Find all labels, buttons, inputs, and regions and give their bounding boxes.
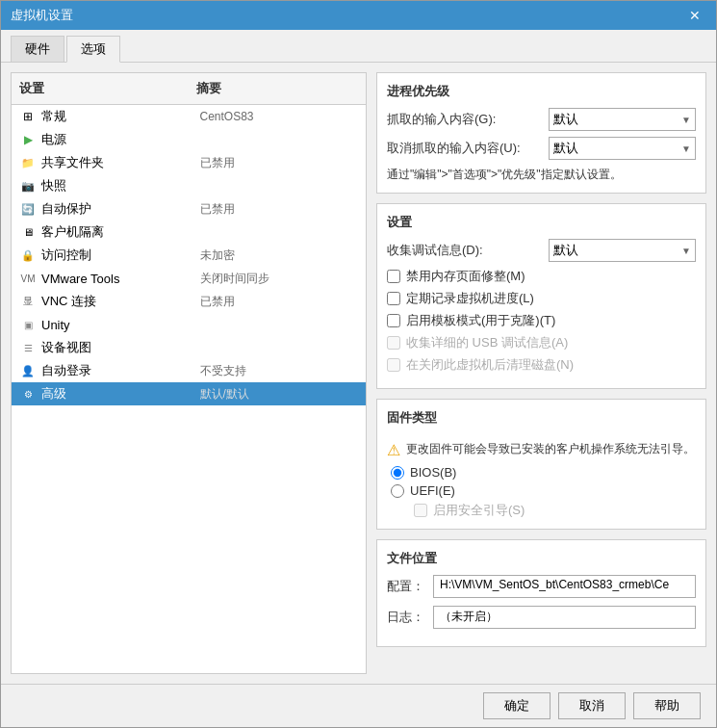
- capture-value: 默认: [553, 111, 578, 128]
- template-mode-row: 启用模板模式(用于克隆)(T): [387, 312, 696, 329]
- periodic-snapshot-row: 定期记录虚拟机进度(L): [387, 290, 696, 307]
- vnc-icon: 显: [19, 293, 37, 310]
- shared-folders-icon: 📁: [19, 154, 37, 171]
- secure-boot-checkbox[interactable]: [414, 504, 427, 517]
- secure-boot-row: 启用安全引导(S): [414, 502, 696, 519]
- isolation-label: 客户机隔离: [41, 223, 200, 241]
- snapshot-icon: 📷: [19, 177, 37, 195]
- vmware-tools-icon: VM: [19, 270, 37, 287]
- priority-hint: 通过"编辑">"首选项">"优先级"指定默认设置。: [387, 166, 696, 183]
- clean-disk-checkbox[interactable]: [387, 358, 400, 372]
- template-mode-label: 启用模板模式(用于克隆)(T): [406, 312, 555, 329]
- debug-info-select[interactable]: 默认 ▼: [549, 239, 696, 262]
- list-header: 设置 摘要: [12, 73, 366, 105]
- tab-bar: 硬件 选项: [1, 30, 716, 63]
- periodic-snapshot-label: 定期记录虚拟机进度(L): [406, 290, 534, 307]
- devices-view-label: 设备视图: [41, 339, 200, 356]
- setting-item-snapshot[interactable]: 📷 快照: [12, 174, 366, 197]
- debug-arrow: ▼: [681, 246, 691, 256]
- main-content: 设置 摘要 ⊞ 常规 CentOS83 ▶ 电源 📁 共享文件夹 已禁用: [1, 63, 716, 684]
- collect-usb-label: 收集详细的 USB 调试信息(A): [406, 334, 568, 351]
- warning-icon: ⚠: [387, 441, 400, 459]
- advanced-summary: 默认/默认: [200, 386, 359, 403]
- setting-item-advanced[interactable]: ⚙ 高级 默认/默认: [12, 382, 366, 405]
- log-label: 日志：: [387, 609, 425, 626]
- debug-info-value: 默认: [553, 242, 578, 259]
- release-row: 取消抓取的输入内容(U): 默认 ▼: [387, 137, 696, 160]
- autologin-icon: 👤: [19, 362, 37, 379]
- uefi-radio[interactable]: [391, 484, 404, 498]
- capture-arrow: ▼: [681, 115, 691, 125]
- periodic-snapshot-checkbox[interactable]: [387, 292, 400, 305]
- tab-options[interactable]: 选项: [66, 36, 120, 63]
- file-location-section: 文件位置 配置： H:\VM\VM_SentOS_bt\CentOS83_crm…: [376, 539, 706, 647]
- tab-hardware[interactable]: 硬件: [11, 36, 64, 62]
- config-path: H:\VM\VM_SentOS_bt\CentOS83_crmeb\Ce: [433, 575, 696, 598]
- release-arrow: ▼: [681, 143, 691, 154]
- general-label: 常规: [41, 108, 200, 125]
- vmware-tools-summary: 关闭时间同步: [200, 271, 359, 287]
- access-control-icon: 🔒: [19, 247, 37, 264]
- setting-item-vnc[interactable]: 显 VNC 连接 已禁用: [12, 290, 366, 313]
- setting-item-power[interactable]: ▶ 电源: [12, 128, 366, 151]
- setting-item-autologin[interactable]: 👤 自动登录 不受支持: [12, 359, 366, 382]
- power-icon: ▶: [19, 131, 37, 148]
- release-value: 默认: [553, 140, 578, 157]
- setting-item-vmware-tools[interactable]: VM VMware Tools 关闭时间同步: [12, 267, 366, 290]
- titlebar: 虚拟机设置 ✕: [1, 1, 716, 30]
- autoprotect-label: 自动保护: [41, 200, 200, 218]
- advanced-icon: ⚙: [19, 385, 37, 403]
- virtual-machine-settings-window: 虚拟机设置 ✕ 硬件 选项 设置 摘要 ⊞ 常规 CentOS83 ▶ 电源: [0, 0, 717, 728]
- firmware-warning-text: 更改固件可能会导致已安装的客户机操作系统无法引导。: [406, 440, 695, 457]
- process-priority-title: 进程优先级: [387, 83, 696, 100]
- vnc-label: VNC 连接: [41, 293, 200, 310]
- isolation-icon: 🖥: [19, 223, 37, 241]
- uefi-radio-row: UEFI(E): [391, 483, 696, 498]
- setting-item-shared-folders[interactable]: 📁 共享文件夹 已禁用: [12, 151, 366, 174]
- capture-row: 抓取的输入内容(G): 默认 ▼: [387, 108, 696, 131]
- setting-item-devices-view[interactable]: ☰ 设备视图: [12, 336, 366, 359]
- bios-radio[interactable]: [391, 466, 404, 480]
- settings-list-panel: 设置 摘要 ⊞ 常规 CentOS83 ▶ 电源 📁 共享文件夹 已禁用: [11, 72, 367, 674]
- setting-item-general[interactable]: ⊞ 常规 CentOS83: [12, 105, 366, 128]
- shared-folders-summary: 已禁用: [200, 155, 359, 171]
- capture-label: 抓取的输入内容(G):: [387, 111, 541, 128]
- collect-usb-checkbox[interactable]: [387, 336, 400, 350]
- help-button[interactable]: 帮助: [633, 692, 701, 719]
- disable-memory-label: 禁用内存页面修整(M): [406, 268, 525, 285]
- devices-view-icon: ☰: [19, 339, 37, 356]
- autologin-label: 自动登录: [41, 362, 200, 379]
- disable-memory-checkbox[interactable]: [387, 270, 400, 283]
- clean-disk-label: 在关闭此虚拟机后清理磁盘(N): [406, 356, 574, 374]
- secure-boot-label: 启用安全引导(S): [433, 502, 525, 519]
- config-label: 配置：: [387, 578, 425, 595]
- access-control-summary: 未加密: [200, 247, 359, 264]
- window-title: 虚拟机设置: [11, 7, 73, 24]
- clean-disk-row: 在关闭此虚拟机后清理磁盘(N): [387, 356, 696, 374]
- capture-select[interactable]: 默认 ▼: [549, 108, 696, 131]
- setting-item-access-control[interactable]: 🔒 访问控制 未加密: [12, 244, 366, 267]
- firmware-title: 固件类型: [387, 409, 696, 427]
- settings-items: ⊞ 常规 CentOS83 ▶ 电源 📁 共享文件夹 已禁用 📷 快照: [12, 105, 366, 673]
- release-label: 取消抓取的输入内容(U):: [387, 140, 541, 157]
- disable-memory-row: 禁用内存页面修整(M): [387, 268, 696, 285]
- release-select[interactable]: 默认 ▼: [549, 137, 696, 160]
- template-mode-checkbox[interactable]: [387, 314, 400, 327]
- close-button[interactable]: ✕: [683, 6, 706, 25]
- uefi-label: UEFI(E): [410, 483, 455, 498]
- setting-item-autoprotect[interactable]: 🔄 自动保护 已禁用: [12, 197, 366, 221]
- shared-folders-label: 共享文件夹: [41, 154, 200, 171]
- power-label: 电源: [41, 131, 200, 148]
- col-summary-label: 摘要: [189, 77, 366, 100]
- setting-item-isolation[interactable]: 🖥 客户机隔离: [12, 221, 366, 244]
- confirm-button[interactable]: 确定: [483, 692, 551, 719]
- collect-usb-row: 收集详细的 USB 调试信息(A): [387, 334, 696, 351]
- access-control-label: 访问控制: [41, 247, 200, 264]
- file-location-title: 文件位置: [387, 550, 696, 567]
- debug-info-label: 收集调试信息(D):: [387, 242, 541, 259]
- firmware-warning-row: ⚠ 更改固件可能会导致已安装的客户机操作系统无法引导。: [387, 434, 696, 465]
- log-file-row: 日志： （未开启）: [387, 606, 696, 629]
- setting-item-unity[interactable]: ▣ Unity: [12, 313, 366, 336]
- cancel-button[interactable]: 取消: [558, 692, 626, 719]
- debug-info-row: 收集调试信息(D): 默认 ▼: [387, 239, 696, 262]
